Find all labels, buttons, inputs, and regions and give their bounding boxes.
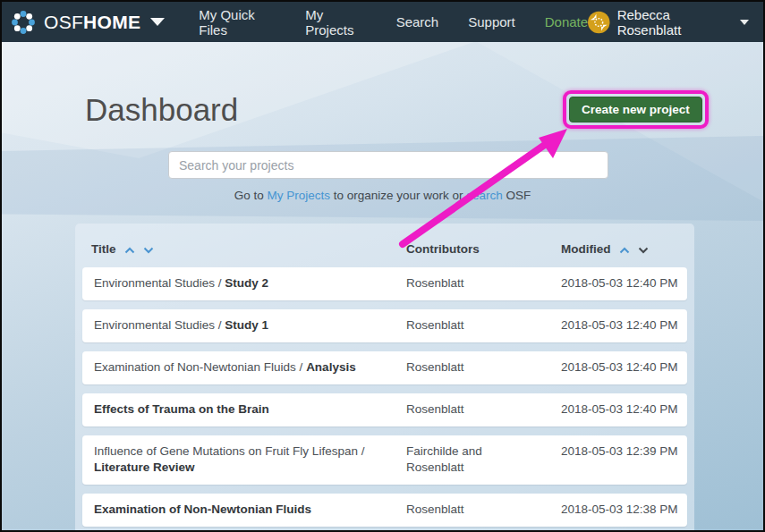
column-title: Title	[91, 242, 406, 256]
project-modified-date: 2018-05-03 12:40 PM	[561, 359, 676, 376]
project-title[interactable]: Examination of Non-Newtonian Fluids	[94, 502, 406, 519]
brand-text: OSFHOME	[44, 12, 140, 33]
column-contributors-label: Contributors	[406, 242, 480, 256]
project-contributors: Rosenblatt	[406, 502, 561, 519]
project-title-prefix: Environmental Studies /	[94, 276, 225, 290]
project-title-name: Literature Review	[94, 460, 195, 474]
my-projects-link[interactable]: My Projects	[267, 189, 330, 202]
user-menu[interactable]: Rebecca Rosenblatt	[588, 7, 749, 38]
project-title-prefix: Environmental Studies /	[94, 318, 225, 332]
project-contributors: Fairchilde and Rosenblatt	[406, 443, 561, 477]
nav-my-projects[interactable]: My Projects	[305, 7, 366, 38]
sort-modified-asc-icon[interactable]	[619, 247, 630, 254]
helper-text-part: OSF	[503, 189, 531, 202]
project-title[interactable]: Environmental Studies / Study 2	[94, 275, 406, 292]
helper-text-part: to organize your work or	[330, 189, 466, 202]
project-title-name: Effects of Trauma on the Brain	[94, 402, 269, 416]
table-row[interactable]: Effects of Trauma on the Brain Rosenblat…	[82, 393, 687, 426]
table-header: Title Contributors Modified	[75, 224, 694, 256]
project-title-prefix: Influence of Gene Mutations on Fruit Fly…	[94, 444, 364, 458]
helper-text: Go to My Projects to organize your work …	[2, 189, 763, 202]
helper-text-part: Go to	[234, 189, 268, 202]
project-modified-date: 2018-05-03 12:39 PM	[561, 443, 676, 477]
table-row[interactable]: Examination of Non-Newtonian Fluids / An…	[82, 351, 687, 384]
column-modified: Modified	[561, 242, 676, 256]
nav-search[interactable]: Search	[396, 14, 439, 30]
nav-donate[interactable]: Donate	[545, 14, 588, 30]
nav-items: My Quick Files My Projects Search Suppor…	[199, 7, 588, 38]
project-modified-date: 2018-05-03 12:38 PM	[561, 502, 676, 519]
project-modified-date: 2018-05-03 12:40 PM	[561, 401, 676, 418]
nav-my-quick-files[interactable]: My Quick Files	[199, 7, 276, 38]
osf-logo-icon	[11, 10, 36, 35]
project-title-prefix: Examination of Non-Newtonian Fluids /	[94, 360, 306, 374]
project-title[interactable]: Examination of Non-Newtonian Fluids / An…	[94, 359, 406, 376]
project-title-name: Analysis	[306, 360, 356, 374]
sort-modified-desc-icon[interactable]	[638, 247, 649, 254]
project-title[interactable]: Environmental Studies / Study 1	[94, 317, 406, 334]
top-navbar: OSFHOME My Quick Files My Projects Searc…	[2, 2, 763, 42]
chevron-down-icon	[150, 18, 165, 26]
user-avatar	[588, 11, 610, 34]
project-title-name: Study 1	[225, 318, 268, 332]
page-title: Dashboard	[85, 92, 238, 128]
sort-title-desc-icon[interactable]	[143, 247, 154, 254]
project-modified-date: 2018-05-03 12:40 PM	[561, 275, 676, 292]
project-title-name: Study 2	[225, 276, 268, 290]
column-modified-label: Modified	[561, 242, 611, 256]
project-title[interactable]: Influence of Gene Mutations on Fruit Fly…	[94, 443, 406, 477]
project-contributors: Rosenblatt	[406, 359, 561, 376]
annotation-highlight-box: Create new project	[563, 90, 709, 129]
user-name: Rebecca Rosenblatt	[617, 7, 731, 38]
projects-panel: Title Contributors Modified	[75, 224, 694, 532]
project-contributors: Rosenblatt	[406, 275, 561, 292]
project-search-input[interactable]	[168, 151, 608, 179]
project-rows: Environmental Studies / Study 2 Rosenbla…	[75, 267, 694, 527]
create-new-project-button[interactable]: Create new project	[569, 97, 702, 122]
column-contributors: Contributors	[406, 242, 561, 256]
osf-home-menu[interactable]: OSFHOME	[11, 10, 165, 35]
table-row[interactable]: Environmental Studies / Study 1 Rosenbla…	[82, 309, 687, 342]
table-row[interactable]: Environmental Studies / Study 2 Rosenbla…	[82, 267, 687, 300]
search-link[interactable]: search	[466, 189, 503, 202]
table-row[interactable]: Influence of Gene Mutations on Fruit Fly…	[82, 435, 687, 486]
project-title-name: Examination of Non-Newtonian Fluids	[94, 502, 311, 516]
table-row[interactable]: Examination of Non-Newtonian Fluids Rose…	[82, 494, 687, 527]
project-modified-date: 2018-05-03 12:40 PM	[561, 317, 676, 334]
sort-title-asc-icon[interactable]	[124, 247, 135, 254]
chevron-down-icon	[740, 20, 749, 25]
nav-support[interactable]: Support	[468, 14, 515, 30]
project-contributors: Rosenblatt	[406, 401, 561, 418]
project-contributors: Rosenblatt	[406, 317, 561, 334]
project-title[interactable]: Effects of Trauma on the Brain	[94, 401, 406, 418]
app-window: OSFHOME My Quick Files My Projects Searc…	[0, 0, 765, 532]
column-title-label: Title	[91, 242, 116, 256]
